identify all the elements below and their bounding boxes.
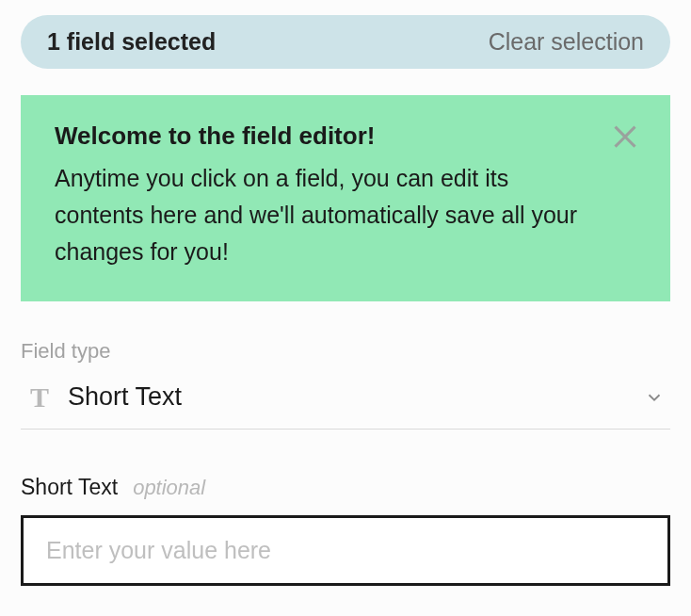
input-label-row: Short Text optional	[21, 475, 670, 500]
clear-selection-button[interactable]: Clear selection	[489, 28, 644, 56]
input-label: Short Text	[21, 475, 118, 500]
close-icon	[608, 118, 642, 152]
chevron-down-icon	[644, 387, 665, 408]
welcome-banner: Welcome to the field editor! Anytime you…	[21, 95, 670, 301]
text-type-icon: T	[26, 384, 53, 411]
optional-label: optional	[133, 476, 205, 500]
field-type-value: Short Text	[68, 382, 629, 412]
close-banner-button[interactable]	[608, 118, 642, 152]
field-type-label: Field type	[21, 339, 670, 364]
welcome-body: Anytime you click on a field, you can ed…	[55, 160, 582, 269]
welcome-title: Welcome to the field editor!	[55, 122, 636, 151]
field-type-select[interactable]: T Short Text	[21, 377, 670, 430]
selection-count: 1 field selected	[47, 28, 216, 56]
selection-bar: 1 field selected Clear selection	[21, 15, 670, 69]
short-text-input[interactable]	[21, 515, 670, 586]
